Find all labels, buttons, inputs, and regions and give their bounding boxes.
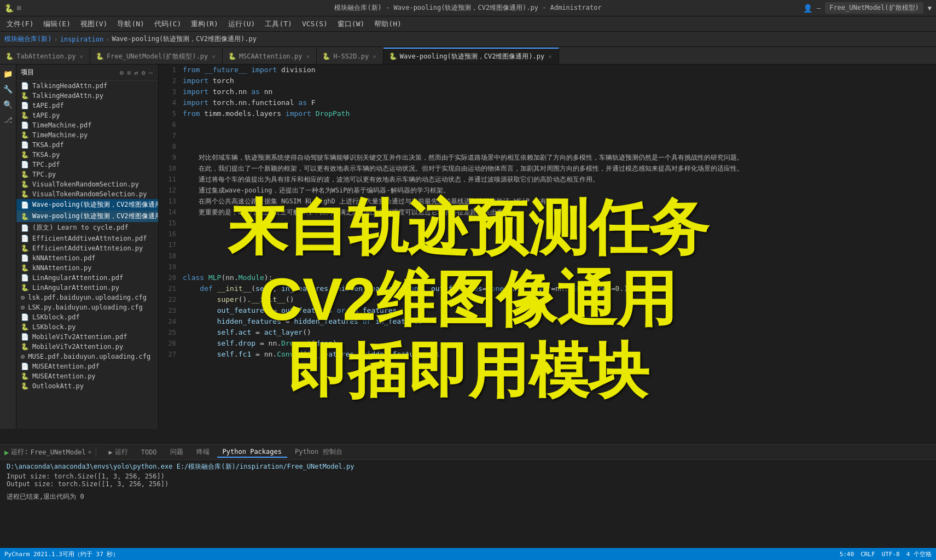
filetree-icon-gear[interactable]: ⚙ [142,69,146,77]
filetree-item[interactable]: 📄LSKblock.pdf [16,312,158,322]
tab-tabattention[interactable]: 🐍 TabAttention.py ✕ [0,48,90,64]
statusbar-indent[interactable]: 4 个空格 [906,550,932,558]
filetree-item[interactable]: 📄MUSEAttention.pdf [16,361,158,371]
statusbar-crlf[interactable]: CRLF [861,551,875,558]
dropdown-icon[interactable]: ▼ [928,4,932,12]
code-line-11: 11 通过将每个车的值提出为具有排斥和相应的波，波池可以更有效地表示车辆的动态运… [159,174,936,185]
filetree-icon-minimize[interactable]: — [149,69,153,77]
pdf-icon: 📄 [21,121,29,129]
pdf-icon: 📄 [21,235,29,242]
bottom-panel: ▶ 运行: Free_UNetModel ✕ ▶ 运行 TODO 问题 终端 P… [0,444,936,548]
sidebar-structure-icon[interactable]: 🔧 [1,82,15,96]
bottom-tab-run[interactable]: ▶ 运行 [103,446,133,458]
code-line-25: 25 self.act = act_layer() [159,327,936,338]
nav-inspiration[interactable]: inspiration [60,36,103,43]
tab-close-5[interactable]: ✕ [547,52,553,61]
editor-area[interactable]: 1 from __future__ import division 2 impo… [159,65,936,429]
menu-tools[interactable]: 工具(T) [260,18,296,30]
tab-freeunetmodel[interactable]: 🐍 Free_UNetModel(扩散模型).py ✕ [90,48,223,64]
filetree-item[interactable]: ⚙LSK.py.baiduyun.uploading.cfg [16,302,158,312]
filetree-item[interactable]: ⚙MUSE.pdf.baiduyun.uploading.cfg [16,352,158,361]
filetree-item[interactable]: 🐍TKSA.py [16,150,158,160]
filetree-item[interactable]: 📄TimeMachine.pdf [16,120,158,130]
code-line-12: 12 通过集成wave-pooling，还提出了一种名为WSiP的基于编码器-解… [159,185,936,196]
menu-refactor[interactable]: 重构(R) [187,18,222,30]
bottom-tab-run-label: 运行 [115,447,128,457]
bottom-tab-problems[interactable]: 问题 [165,446,189,458]
filetree-item[interactable]: 📄LinAngularAttention.pdf [16,273,158,283]
filetree-item[interactable]: 📄tAPE.pdf [16,101,158,110]
tab-mscaattention[interactable]: 🐍 MSCAAttention.py ✕ [223,48,317,64]
filetree-item[interactable]: ⚙lsk.pdf.baiduyun.uploading.cfg [16,293,158,302]
filetree-item[interactable]: 🐍kNNAttention.py [16,263,158,273]
filetree-icon-settings[interactable]: ⚙ [120,69,124,77]
pdf-icon: 📄 [21,141,29,149]
filetree-item[interactable]: 🐍TalkingHeadAttn.py [16,91,158,101]
filetree-item[interactable]: 🐍VisualTokenRandomSelection.py [16,189,158,199]
menu-help[interactable]: 帮助(H) [370,18,405,30]
user-icon[interactable]: 👤 [803,4,812,13]
filetree-item[interactable]: 📄EfficientAddtiveAttnteion.pdf [16,234,158,243]
sidebar-search-icon[interactable]: 🔍 [1,97,15,112]
bottom-tab-python-console-label: Python 控制台 [295,447,342,457]
filetree-item[interactable]: 📄TKSA.pdf [16,140,158,150]
filetree-item[interactable]: 🐍EfficientAddtiveAttnteion.py [16,243,158,253]
menu-file[interactable]: 文件(F) [2,18,38,30]
tab-label-4: H-SS2D.py [333,52,369,60]
filetree-item[interactable]: 📄TPC.pdf [16,160,158,170]
tab-close-2[interactable]: ✕ [211,52,217,61]
statusbar-left: PyCharm 2021.1.3可用（约于 37 秒） [4,550,119,558]
menu-edit[interactable]: 编辑(E) [39,18,74,30]
filetree-item[interactable]: 📄(原文) Learn to cycle.pdf [16,222,158,234]
bottom-tab-todo-label: TODO [141,448,157,456]
filetree-item[interactable]: 🐍LSKblock.py [16,322,158,332]
menu-run[interactable]: 运行(U) [224,18,259,30]
bottom-tab-python-packages-label: Python Packages [223,448,282,456]
app-icon: 🐍 [4,4,14,13]
sidebar-project-icon[interactable]: 📁 [1,67,15,81]
tab-close-3[interactable]: ✕ [305,52,311,61]
code-line-5: 5 from timm.models.layers import DropPat… [159,108,936,119]
filetree-item[interactable]: 🐍MobileViTv2Attention.py [16,342,158,352]
tab-hss2d[interactable]: 🐍 H-SS2D.py ✕ [317,48,383,64]
editor-content[interactable]: 1 from __future__ import division 2 impo… [159,65,936,429]
filetree-item[interactable]: 🐍LinAngularAttention.py [16,283,158,293]
statusbar-pycharm-version[interactable]: PyCharm 2021.1.3可用（约于 37 秒） [4,550,119,558]
filetree-icon-swap[interactable]: ⇄ [134,69,138,77]
code-line-blank8: 19 [159,261,936,272]
filetree-item[interactable]: 📄MobileViTv2Attention.pdf [16,332,158,342]
filetree-item-wavepooling-py[interactable]: 🐍Wave-pooling(轨迹预测，CV2维图像通用).py [16,211,158,222]
run-play-icon[interactable]: ▶ [4,448,9,457]
filetree-item[interactable]: 🐍TPC.py [16,170,158,179]
tab-close-4[interactable]: ✕ [371,52,377,61]
menu-window[interactable]: 窗口(W) [333,18,369,30]
bottom-tab-python-console[interactable]: Python 控制台 [289,446,348,458]
menu-vcs[interactable]: VCS(S) [298,19,332,29]
bottom-tab-todo[interactable]: TODO [136,447,162,457]
filetree-item[interactable]: 🐍VisualTokenRandomSection.py [16,179,158,189]
nav-root[interactable]: 模块融合库(新) [4,34,51,44]
py-icon: 🐍 [21,284,29,291]
run-config-name[interactable]: Free_UNetModel [31,448,86,456]
sidebar-git-icon[interactable]: ⎇ [1,113,15,127]
filetree-icon-list[interactable]: ≡ [127,69,131,77]
pdf-icon: 📄 [21,224,29,232]
tab-icon-3: 🐍 [228,52,236,60]
filetree-item[interactable]: 📄kNNAttention.pdf [16,253,158,263]
filetree-item[interactable]: 🐍MUSEAttention.py [16,371,158,381]
py-icon: 🐍 [21,131,29,139]
filetree-item[interactable]: 🐍OutlookAtt.py [16,381,158,391]
statusbar-encoding[interactable]: UTF-8 [882,551,900,558]
menu-nav[interactable]: 导航(N) [113,18,148,30]
bottom-tab-python-packages[interactable]: Python Packages [217,447,287,458]
tab-wavepooling[interactable]: 🐍 Wave-pooling(轨迹预测，CV2维图像通用).py ✕ [383,48,559,64]
menu-code[interactable]: 代码(C) [150,18,185,30]
filetree-item[interactable]: 📄TalkingHeadAttn.pdf [16,81,158,91]
run-close-icon[interactable]: ✕ [88,448,92,456]
bottom-tab-terminal[interactable]: 终端 [191,446,215,458]
menu-view[interactable]: 视图(V) [76,18,112,30]
tab-close-1[interactable]: ✕ [78,52,84,61]
filetree-item[interactable]: 🐍TimeMachine.py [16,130,158,140]
filetree-item[interactable]: 🐍tAPE.py [16,110,158,120]
filetree-item-wavepooling-pdf[interactable]: 📄Wave-pooling(轨迹预测，CV2维图像通用).pdf [16,199,158,211]
